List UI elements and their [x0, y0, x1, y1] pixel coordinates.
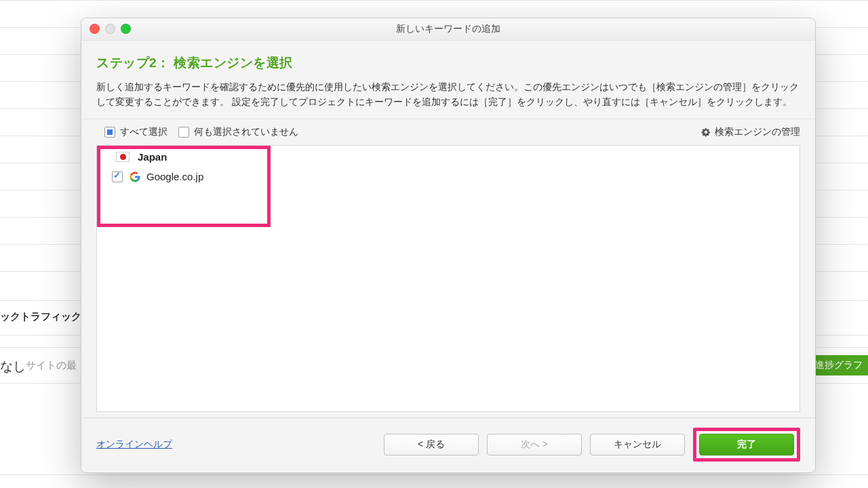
bg-label-traffic: ックトラフィック [0, 310, 81, 323]
select-all-button[interactable]: すべて選択 [104, 126, 167, 138]
modal-footer: オンラインヘルプ < 戻る 次へ > キャンセル 完了 [81, 418, 815, 472]
engine-row-google-co-jp[interactable]: Google.co.jp [97, 167, 800, 186]
gear-icon [701, 127, 711, 137]
back-button[interactable]: < 戻る [384, 434, 479, 455]
japan-flag-icon [116, 152, 130, 162]
select-none-button[interactable]: 何も選択されていません [178, 126, 298, 138]
zoom-window-icon[interactable] [121, 24, 131, 34]
google-icon [130, 171, 140, 182]
minimize-window-icon[interactable] [105, 24, 115, 34]
traffic-lights [90, 24, 131, 34]
country-row-japan[interactable]: Japan [97, 146, 800, 167]
bg-label-none: なし [0, 358, 26, 375]
annotation-highlight-finish: 完了 [693, 428, 800, 462]
select-all-checkbox-icon [104, 127, 115, 138]
select-none-checkbox-icon [178, 127, 189, 138]
finish-button[interactable]: 完了 [699, 434, 794, 455]
step-heading: ステップ2： 検索エンジンを選択 [96, 54, 800, 72]
engine-list-panel: Japan Google.co.jp [96, 145, 800, 412]
manage-engines-button[interactable]: 検索エンジンの管理 [701, 126, 800, 138]
select-all-label: すべて選択 [120, 126, 167, 138]
manage-engines-label: 検索エンジンの管理 [715, 126, 800, 138]
engine-label: Google.co.jp [146, 171, 203, 182]
selection-toolbar: すべて選択 何も選択されていません 検索エンジンの管理 [81, 119, 815, 145]
cancel-button[interactable]: キャンセル [590, 434, 685, 455]
add-keyword-modal: 新しいキーワードの追加 ステップ2： 検索エンジンを選択 新しく追加するキーワー… [81, 18, 816, 473]
next-button: 次へ > [487, 434, 582, 455]
bg-label-site: サイトの最 [26, 359, 77, 372]
close-window-icon[interactable] [90, 24, 100, 34]
window-title: 新しいキーワードの追加 [81, 18, 815, 40]
engine-checkbox[interactable] [112, 171, 123, 182]
country-label: Japan [138, 151, 167, 163]
select-none-label: 何も選択されていません [194, 126, 298, 138]
step-content: ステップ2： 検索エンジンを選択 新しく追加するキーワードを確認するために優先的… [81, 41, 815, 119]
online-help-link[interactable]: オンラインヘルプ [96, 439, 172, 451]
titlebar: 新しいキーワードの追加 [81, 18, 815, 41]
bg-progress-graph-button[interactable]: 進捗グラフ [810, 355, 868, 375]
step-description: 新しく追加するキーワードを確認するために優先的に使用したい検索エンジンを選択して… [96, 80, 800, 109]
